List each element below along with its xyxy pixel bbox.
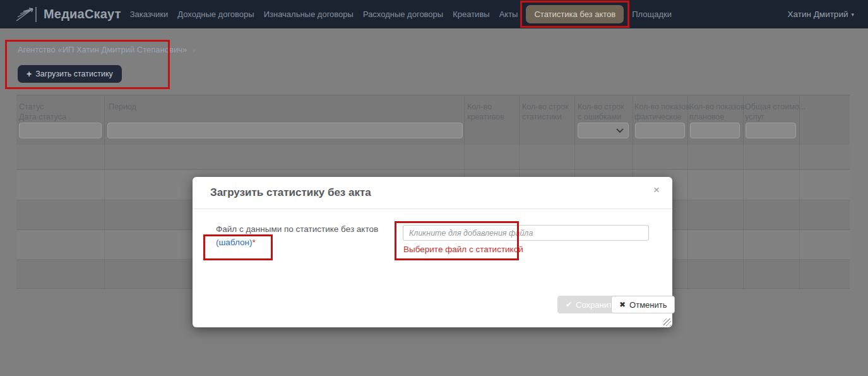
nav-item-platforms[interactable]: Площадки xyxy=(631,5,673,23)
file-field-label: Файл с данными по статистике без актов (… xyxy=(216,222,396,249)
col-header-creatives-count: Кол-вокреативов xyxy=(467,102,504,122)
filter-total-cost-input[interactable] xyxy=(746,123,796,138)
chevron-right-icon: › xyxy=(193,45,195,54)
brand-title: МедиаСкаут xyxy=(44,7,121,21)
user-menu[interactable]: Хатин Дмитрий ▾ xyxy=(788,9,854,19)
upload-statistics-label: Загрузить статистику xyxy=(35,70,113,78)
modal-footer: ✔ Сохранить ✖ Отменить xyxy=(193,296,672,315)
modal-header: Загрузить статистику без акта × xyxy=(193,177,672,209)
check-icon: ✔ xyxy=(566,300,572,309)
caret-down-icon: ▾ xyxy=(851,11,854,18)
col-header-error-rows: Кол-во строкс ошибками xyxy=(578,102,624,122)
col-header-stat-rows: Кол-во строкстатистики xyxy=(522,102,569,122)
filter-period-input[interactable] xyxy=(107,123,463,138)
template-link[interactable]: (шаблон) xyxy=(216,238,252,247)
col-header-status: СтатусДата статуса xyxy=(19,102,66,122)
navbar: МедиаСкаут Заказчики Доходные договоры И… xyxy=(0,0,868,28)
nav-item-label: Статистика без актов xyxy=(534,9,615,19)
table-row xyxy=(16,145,850,170)
file-field-label-text: Файл с данными по статистике без актов xyxy=(216,224,378,234)
nav-item-customers[interactable]: Заказчики xyxy=(129,5,170,23)
x-icon: ✖ xyxy=(619,300,626,309)
file-upload-input[interactable] xyxy=(403,225,649,241)
breadcrumb: Агентство «ИП Хатин Дмитрий Степанович» … xyxy=(18,45,196,54)
nav-item-income-contracts[interactable]: Доходные договоры xyxy=(176,5,255,23)
required-asterisk: * xyxy=(252,238,255,247)
nav-item-statistics-without-acts[interactable]: Статистика без актов xyxy=(526,5,624,23)
file-validation-error: Выберите файл с статистикой xyxy=(403,245,523,254)
user-name: Хатин Дмитрий xyxy=(788,9,848,19)
filter-status-input[interactable] xyxy=(19,123,102,138)
nav-item-acts[interactable]: Акты xyxy=(498,5,520,23)
breadcrumb-agency-link[interactable]: Агентство «ИП Хатин Дмитрий Степанович» xyxy=(18,45,187,54)
upload-statistics-modal: Загрузить статистику без акта × Файл с д… xyxy=(193,177,672,327)
column-divider xyxy=(104,95,105,289)
col-header-shows-planned: Кол-во показовплановое xyxy=(689,102,745,122)
column-divider xyxy=(743,95,744,289)
app: МедиаСкаут Заказчики Доходные договоры И… xyxy=(0,0,868,376)
column-divider xyxy=(799,95,800,289)
modal-title: Загрузить статистику без акта xyxy=(210,186,371,199)
column-divider xyxy=(687,95,688,289)
col-header-period: Период xyxy=(109,102,136,112)
save-button-label: Сохранить xyxy=(576,300,617,310)
filter-shows-planned-input[interactable] xyxy=(690,123,740,138)
cancel-button[interactable]: ✖ Отменить xyxy=(611,296,675,313)
col-header-shows-actual: Кол-во показовфактическое xyxy=(634,102,690,122)
chevron-down-icon xyxy=(616,128,624,133)
resize-grip[interactable] xyxy=(663,318,671,326)
nav-item-initial-contracts[interactable]: Изначальные договоры xyxy=(263,5,355,23)
filter-error-rows-select[interactable] xyxy=(578,123,629,138)
filter-shows-actual-input[interactable] xyxy=(635,123,685,138)
main-nav: Заказчики Доходные договоры Изначальные … xyxy=(129,5,673,23)
upload-statistics-button[interactable]: + Загрузить статистику xyxy=(18,65,122,83)
plus-icon: + xyxy=(27,69,32,79)
mediascout-logo-icon xyxy=(15,4,39,25)
brand-link[interactable]: МедиаСкаут xyxy=(15,4,121,25)
close-icon[interactable]: × xyxy=(653,185,660,195)
nav-item-creatives[interactable]: Креативы xyxy=(451,5,490,23)
col-header-total-cost: Общая стоимо...услуг xyxy=(745,102,806,122)
nav-item-expense-contracts[interactable]: Расходные договоры xyxy=(362,5,444,23)
cancel-button-label: Отменить xyxy=(629,300,667,310)
